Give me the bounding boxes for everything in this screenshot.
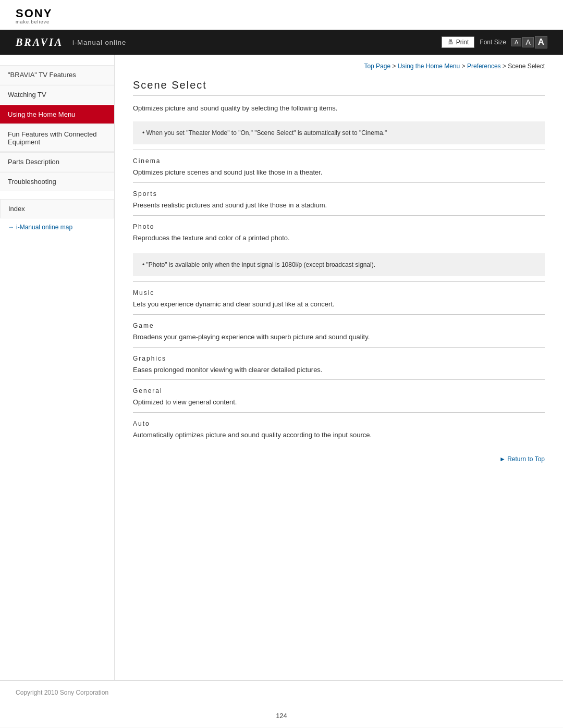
section-desc-game: Broadens your game-playing experience wi… <box>133 332 545 343</box>
breadcrumb-current: Scene Select <box>508 63 545 70</box>
section-title-music: Music <box>133 289 545 297</box>
font-large-button[interactable]: A <box>535 36 547 48</box>
section-general: GeneralOptimized to view general content… <box>133 379 545 412</box>
breadcrumb-preferences[interactable]: Preferences <box>467 63 501 70</box>
section-desc-general: Optimized to view general content. <box>133 397 545 408</box>
footer: Copyright 2010 Sony Corporation <box>0 680 563 704</box>
nav-title: i-Manual online <box>72 39 126 46</box>
section-title-photo: Photo <box>133 223 545 230</box>
section-auto: AutoAutomatically optimizes picture and … <box>133 412 545 445</box>
breadcrumb-home-menu[interactable]: Using the Home Menu <box>398 63 460 70</box>
font-small-button[interactable]: A <box>511 38 521 46</box>
note2-text: • "Photo" is available only when the inp… <box>142 261 375 268</box>
section-desc-auto: Automatically optimizes picture and soun… <box>133 430 545 441</box>
sections-after-note: MusicLets you experience dynamic and cle… <box>133 281 545 445</box>
sidebar-nav: "BRAVIA" TV FeaturesWatching TVUsing the… <box>0 65 114 191</box>
section-title-general: General <box>133 387 545 394</box>
nav-bar-right: 🖶 Print Font Size A A A <box>442 36 547 48</box>
nav-bar-left: BRAVIA i-Manual online <box>16 36 126 48</box>
return-to-top[interactable]: ► Return to Top <box>133 445 545 468</box>
section-desc-photo: Reproduces the texture and color of a pr… <box>133 233 545 244</box>
content-area: Top Page > Using the Home Menu > Prefere… <box>115 55 563 680</box>
printer-icon: 🖶 <box>447 39 454 46</box>
section-graphics: GraphicsEases prolonged monitor viewing … <box>133 347 545 380</box>
section-desc-cinema: Optimizes picture scenes and sound just … <box>133 167 545 178</box>
section-desc-graphics: Eases prolonged monitor viewing with cle… <box>133 365 545 376</box>
print-button[interactable]: 🖶 Print <box>442 36 475 48</box>
sidebar-item-4[interactable]: Parts Description <box>0 152 114 171</box>
sidebar-map-link[interactable]: → i-Manual online map <box>0 218 114 236</box>
note-box-2: • "Photo" is available only when the inp… <box>133 253 545 276</box>
section-game: GameBroadens your game-playing experienc… <box>133 314 545 347</box>
return-arrow-icon: ► <box>499 455 506 463</box>
font-medium-button[interactable]: A <box>522 37 533 47</box>
note1-text: • When you set "Theater Mode" to "On," "… <box>142 129 387 137</box>
section-desc-music: Lets you experience dynamic and clear so… <box>133 299 545 310</box>
breadcrumb-top-page[interactable]: Top Page <box>364 63 390 70</box>
sections-before-note: CinemaOptimizes picture scenes and sound… <box>133 150 545 248</box>
breadcrumb: Top Page > Using the Home Menu > Prefere… <box>133 63 545 70</box>
copyright-text: Copyright 2010 Sony Corporation <box>16 689 108 696</box>
nav-bar: BRAVIA i-Manual online 🖶 Print Font Size… <box>0 30 563 55</box>
section-photo: PhotoReproduces the texture and color of… <box>133 215 545 248</box>
sidebar-item-3[interactable]: Fun Features with Connected Equipment <box>0 125 114 152</box>
top-area: SONY make.believe <box>0 0 563 30</box>
return-to-top-label: Return to Top <box>507 455 545 463</box>
section-title-auto: Auto <box>133 420 545 427</box>
section-music: MusicLets you experience dynamic and cle… <box>133 281 545 314</box>
note-box-1: • When you set "Theater Mode" to "On," "… <box>133 121 545 144</box>
section-sports: SportsPresents realistic pictures and so… <box>133 182 545 215</box>
section-title-cinema: Cinema <box>133 157 545 165</box>
main-container: "BRAVIA" TV FeaturesWatching TVUsing the… <box>0 55 563 680</box>
sidebar-item-2[interactable]: Using the Home Menu <box>0 105 114 124</box>
sidebar-item-0[interactable]: "BRAVIA" TV Features <box>0 65 114 84</box>
font-size-label: Font Size <box>480 39 506 46</box>
section-title-game: Game <box>133 322 545 329</box>
sidebar: "BRAVIA" TV FeaturesWatching TVUsing the… <box>0 55 115 680</box>
section-cinema: CinemaOptimizes picture scenes and sound… <box>133 150 545 182</box>
sidebar-item-5[interactable]: Troubleshooting <box>0 172 114 191</box>
section-title-sports: Sports <box>133 190 545 198</box>
bravia-logo: BRAVIA <box>16 36 63 48</box>
page-title: Scene Select <box>133 79 545 96</box>
sony-logo: SONY make.believe <box>16 8 547 24</box>
font-size-controls: A A A <box>511 36 547 48</box>
sidebar-item-index[interactable]: Index <box>0 199 114 218</box>
sidebar-item-1[interactable]: Watching TV <box>0 85 114 104</box>
section-title-graphics: Graphics <box>133 355 545 362</box>
section-desc-sports: Presents realistic pictures and sound ju… <box>133 200 545 211</box>
arrow-icon: → <box>8 224 14 231</box>
page-number: 124 <box>0 704 563 727</box>
intro-text: Optimizes picture and sound quality by s… <box>133 103 545 114</box>
